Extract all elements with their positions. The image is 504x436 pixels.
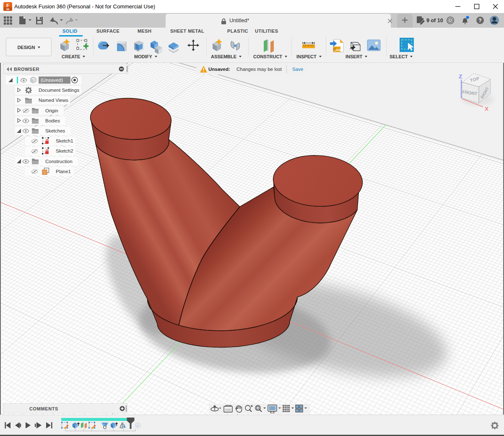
svg-text:Origin: Origin	[45, 108, 58, 113]
svg-text:Sketches: Sketches	[45, 128, 65, 133]
svg-text:9 of 10: 9 of 10	[426, 18, 443, 23]
svg-text:(Unsaved): (Unsaved)	[41, 78, 63, 83]
svg-text:Bodies: Bodies	[45, 118, 60, 123]
svg-text:Plane1: Plane1	[56, 169, 71, 174]
svg-text:X: X	[485, 106, 488, 112]
svg-text:Construction: Construction	[45, 159, 73, 164]
svg-text:?: ?	[478, 18, 481, 23]
svg-text:360: 360	[6, 8, 10, 10]
svg-text:Z: Z	[459, 73, 462, 80]
svg-text:Document Settings: Document Settings	[39, 88, 79, 93]
svg-text:Sketch2: Sketch2	[56, 148, 73, 153]
svg-text:Named Views: Named Views	[39, 98, 68, 103]
svg-text:F: F	[6, 3, 9, 8]
svg-text:Sketch1: Sketch1	[56, 138, 73, 143]
